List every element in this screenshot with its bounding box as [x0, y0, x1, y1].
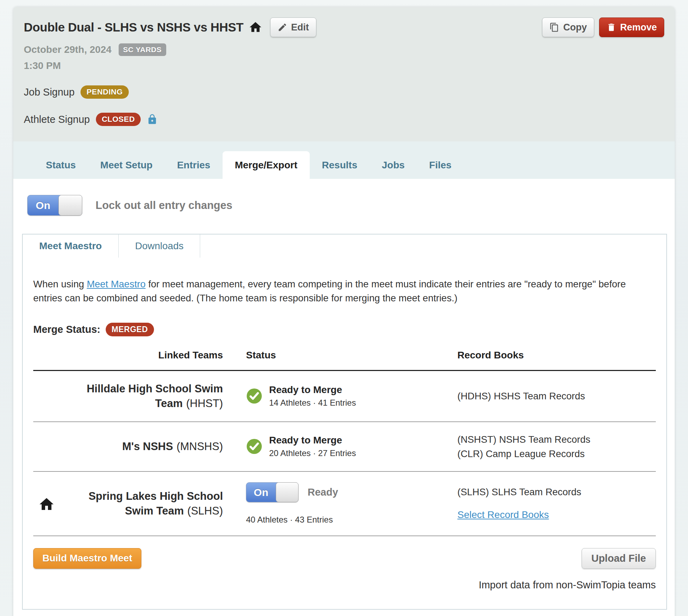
- table-row: Hilldale High School Swim Team(HHST) Rea…: [33, 371, 656, 422]
- subtab-downloads[interactable]: Downloads: [119, 234, 201, 258]
- meet-tab-bar: Status Meet Setup Entries Merge/Export R…: [13, 141, 675, 179]
- course-badge: SC YARDS: [119, 43, 166, 56]
- team-name-cell: M's NSHS(MNSHS): [33, 436, 225, 457]
- meet-panel: Double Dual - SLHS vs NSHS vs HHST Edit …: [13, 7, 675, 616]
- lockout-toggle-on-label: On: [28, 195, 58, 215]
- ready-toggle-knob[interactable]: [276, 482, 299, 502]
- athlete-signup-label: Athlete Signup: [24, 114, 90, 125]
- import-note: Import data from non-SwimTopia teams: [479, 579, 656, 591]
- intro-before: When using: [33, 279, 87, 289]
- job-signup-status-badge: PENDING: [80, 85, 129, 99]
- table-header: Linked Teams Status Record Books: [33, 350, 656, 371]
- athlete-signup-status-badge: CLOSED: [96, 113, 141, 126]
- record-book: (SLHS) SLHS Team Records: [457, 485, 656, 499]
- column-record-books: Record Books: [438, 350, 656, 361]
- trash-icon: [606, 22, 616, 32]
- merge-status-label: Merge Status:: [33, 324, 100, 335]
- status-detail: 14 Athletes · 41 Entries: [269, 398, 356, 408]
- maestro-intro-text: When using Meet Maestro for meet managem…: [33, 277, 656, 305]
- tab-meet-setup[interactable]: Meet Setup: [88, 151, 165, 179]
- lockout-label: Lock out all entry changes: [96, 199, 232, 212]
- record-book: (HDHS) HSHS Team Records: [457, 389, 656, 403]
- team-status-cell: Ready to Merge 20 Athletes · 27 Entries: [225, 435, 438, 458]
- team-code: (SLHS): [187, 505, 223, 517]
- record-books-cell: (NSHST) NSHS Team Records (CLR) Camp Lea…: [438, 432, 656, 461]
- tab-entries[interactable]: Entries: [165, 151, 223, 179]
- lockout-toggle[interactable]: On: [27, 195, 82, 216]
- team-code: (HHST): [186, 397, 223, 410]
- tab-jobs[interactable]: Jobs: [370, 151, 417, 179]
- upload-file-button[interactable]: Upload File: [582, 548, 656, 569]
- status-title: Ready to Merge: [269, 384, 356, 396]
- copy-button-label: Copy: [563, 22, 587, 33]
- team-code: (MNSHS): [176, 440, 223, 453]
- home-team-icon: [38, 496, 55, 513]
- build-maestro-meet-button[interactable]: Build Maestro Meet: [33, 548, 141, 569]
- check-circle-icon: [246, 388, 262, 404]
- tab-status[interactable]: Status: [34, 151, 88, 179]
- home-team-icon: [248, 20, 262, 34]
- meet-time: 1:30 PM: [24, 60, 61, 71]
- team-status-cell: Ready to Merge 14 Athletes · 41 Entries: [225, 384, 438, 408]
- subtab-meet-maestro[interactable]: Meet Maestro: [23, 234, 119, 258]
- job-signup-label: Job Signup: [24, 86, 75, 98]
- select-record-books-link[interactable]: Select Record Books: [457, 507, 549, 522]
- meet-maestro-link[interactable]: Meet Maestro: [87, 279, 146, 289]
- edit-button[interactable]: Edit: [270, 18, 316, 37]
- meet-date: October 29th, 2024: [24, 44, 112, 55]
- sub-tab-bar: Meet Maestro Downloads: [23, 234, 666, 258]
- column-status: Status: [225, 350, 438, 361]
- lockout-toggle-knob[interactable]: [58, 195, 82, 216]
- edit-button-label: Edit: [291, 22, 309, 33]
- status-title: Ready to Merge: [269, 435, 356, 446]
- ready-toggle-on-label: On: [246, 483, 276, 502]
- team-name: M's NSHS: [122, 440, 173, 453]
- status-detail: 20 Athletes · 27 Entries: [269, 448, 356, 458]
- team-status-cell: On Ready 40 Athletes · 43 Entries: [225, 482, 438, 525]
- merge-export-content: On Lock out all entry changes Meet Maest…: [13, 179, 675, 616]
- meet-maestro-panel: Meet Maestro Downloads When using Meet M…: [22, 234, 667, 610]
- copy-button[interactable]: Copy: [542, 18, 594, 37]
- remove-button[interactable]: Remove: [599, 18, 664, 37]
- record-books-cell: (SLHS) SLHS Team Records Select Record B…: [438, 485, 656, 522]
- page-title: Double Dual - SLHS vs NSHS vs HHST: [24, 20, 244, 34]
- check-circle-icon: [246, 438, 262, 455]
- table-row: Spring Lakes High School Swim Team(SLHS)…: [33, 472, 656, 536]
- tab-merge-export[interactable]: Merge/Export: [223, 151, 310, 179]
- record-book: (NSHST) NSHS Team Records: [457, 432, 656, 447]
- pencil-icon: [278, 22, 287, 32]
- merge-status-badge: MERGED: [106, 323, 154, 336]
- lock-icon: [147, 114, 158, 125]
- remove-button-label: Remove: [620, 22, 657, 33]
- status-detail: 40 Athletes · 43 Entries: [246, 515, 438, 525]
- copy-icon: [549, 22, 559, 32]
- column-linked-teams: Linked Teams: [33, 350, 225, 361]
- status-title: Ready: [308, 486, 338, 498]
- team-name-cell: Hilldale High School Swim Team(HHST): [33, 378, 225, 414]
- record-book: (CLR) Camp League Records: [457, 447, 656, 461]
- table-row: M's NSHS(MNSHS) Ready to Merge 20 Athlet…: [33, 422, 656, 472]
- tab-files[interactable]: Files: [417, 151, 464, 179]
- team-name-cell: Spring Lakes High School Swim Team(SLHS): [33, 485, 225, 522]
- tab-results[interactable]: Results: [310, 151, 370, 179]
- meet-header: Double Dual - SLHS vs NSHS vs HHST Edit …: [13, 7, 675, 141]
- record-books-cell: (HDHS) HSHS Team Records: [438, 389, 656, 403]
- ready-toggle[interactable]: On: [246, 482, 299, 502]
- linked-teams-table: Linked Teams Status Record Books Hilldal…: [33, 350, 656, 536]
